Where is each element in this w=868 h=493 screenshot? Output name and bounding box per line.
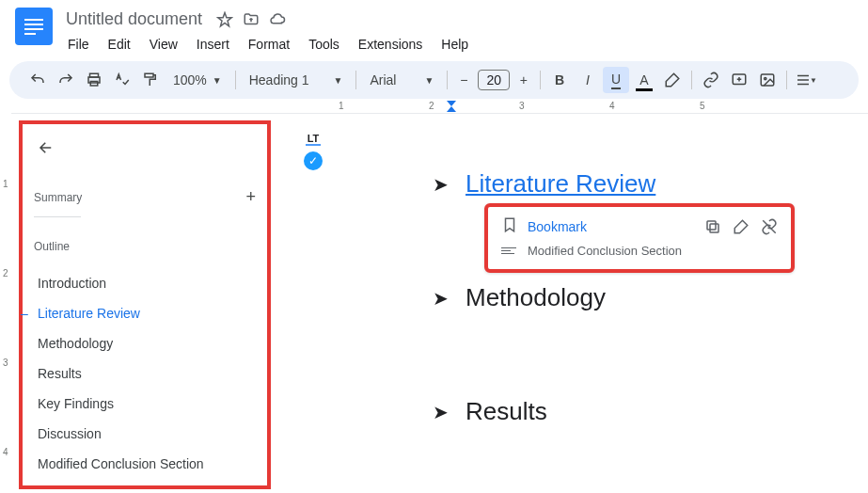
bookmark-context: Modified Conclusion Section — [528, 244, 682, 258]
vruler-tick: 1 — [3, 179, 8, 189]
vruler-tick: 4 — [3, 447, 8, 457]
paint-format-button[interactable] — [137, 67, 164, 93]
menu-bar: File Edit View Insert Format Tools Exten… — [60, 33, 853, 56]
edit-link-button[interactable] — [733, 218, 750, 235]
font-select[interactable]: Arial▼ — [362, 69, 441, 91]
svg-rect-7 — [710, 224, 718, 232]
indent-marker-icon[interactable] — [447, 106, 456, 112]
svg-point-6 — [765, 77, 766, 79]
menu-format[interactable]: Format — [241, 33, 297, 56]
undo-button[interactable] — [24, 67, 51, 93]
remove-link-button[interactable] — [761, 218, 778, 235]
spellcheck-button[interactable] — [109, 67, 135, 93]
menu-view[interactable]: View — [142, 33, 185, 56]
indent-marker-icon[interactable] — [447, 101, 456, 106]
docs-logo[interactable] — [15, 8, 53, 45]
document-title[interactable]: Untitled document — [60, 8, 208, 31]
outline-item-methodology[interactable]: Methodology — [34, 328, 256, 358]
bullet-arrow-icon: ➤ — [433, 173, 449, 196]
divider — [34, 216, 81, 217]
outline-item-results[interactable]: Results — [34, 358, 256, 389]
zoom-value: 100% — [173, 72, 207, 87]
align-button[interactable]: ▼ — [793, 67, 819, 93]
image-button[interactable] — [754, 67, 781, 93]
bookmark-icon — [501, 216, 516, 236]
outline-back-button[interactable] — [34, 135, 256, 165]
fontsize-increase[interactable]: + — [513, 70, 534, 90]
ruler-tick: 5 — [700, 101, 705, 111]
comment-button[interactable] — [726, 67, 752, 93]
add-summary-button[interactable]: + — [245, 187, 256, 207]
menu-insert[interactable]: Insert — [189, 33, 237, 56]
font-value: Arial — [370, 72, 396, 87]
menu-edit[interactable]: Edit — [101, 33, 138, 56]
link-button[interactable] — [698, 67, 724, 93]
fontsize-decrease[interactable]: − — [453, 70, 474, 90]
ruler-tick: 2 — [429, 101, 434, 111]
menu-extensions[interactable]: Extensions — [351, 33, 430, 56]
cloud-icon[interactable] — [268, 10, 287, 29]
outline-item-literature-review[interactable]: Literature Review — [34, 298, 256, 328]
outline-panel: Summary + Outline Introduction Literatur… — [19, 120, 271, 489]
style-select[interactable]: Heading 1▼ — [242, 69, 351, 91]
star-icon[interactable] — [215, 10, 234, 29]
outline-label: Outline — [34, 240, 256, 253]
vruler-tick: 3 — [3, 358, 8, 368]
summary-label: Summary — [34, 191, 82, 204]
heading-literature-review[interactable]: Literature Review — [466, 169, 655, 199]
copy-link-button[interactable] — [704, 218, 721, 235]
outline-item-key-findings[interactable]: Key Findings — [34, 389, 256, 419]
lt-label: LT — [306, 133, 322, 146]
zoom-select[interactable]: 100%▼ — [166, 69, 229, 91]
bullet-arrow-icon: ➤ — [433, 287, 449, 310]
italic-button[interactable]: I — [575, 67, 601, 93]
vruler-tick: 2 — [3, 268, 8, 278]
bookmark-popup: Bookmark Modified Conclusion Section — [484, 203, 795, 273]
ruler-tick: 4 — [609, 101, 615, 111]
outline-item-discussion[interactable]: Discussion — [34, 419, 256, 449]
heading-results[interactable]: Results — [466, 397, 547, 426]
svg-rect-8 — [707, 221, 716, 230]
ruler-tick: 3 — [519, 101, 525, 111]
style-value: Heading 1 — [249, 72, 309, 87]
toolbar: 100%▼ Heading 1▼ Arial▼ − 20 + B I U A ▼ — [9, 61, 859, 99]
print-button[interactable] — [81, 67, 107, 93]
heading-methodology[interactable]: Methodology — [466, 283, 606, 312]
text-color-button[interactable]: A — [631, 67, 657, 93]
horizontal-ruler: 1 2 3 4 5 — [11, 99, 868, 114]
outline-item-conclusion[interactable]: Modified Conclusion Section — [34, 449, 256, 479]
document-canvas[interactable]: ➤ Literature Review ➤ Methodology ➤ Resu… — [320, 122, 868, 426]
menu-help[interactable]: Help — [434, 33, 476, 56]
highlight-button[interactable] — [659, 67, 686, 93]
underline-button[interactable]: U — [603, 67, 629, 93]
menu-file[interactable]: File — [60, 33, 97, 56]
fontsize-input[interactable]: 20 — [478, 70, 510, 90]
ruler-tick: 1 — [339, 101, 344, 111]
outline-item-introduction[interactable]: Introduction — [34, 268, 256, 298]
move-icon[interactable] — [242, 10, 260, 29]
menu-tools[interactable]: Tools — [301, 33, 347, 56]
heading-lines-icon — [501, 247, 516, 254]
vertical-ruler: 1 2 3 4 — [0, 122, 13, 493]
redo-button[interactable] — [53, 67, 79, 93]
svg-rect-3 — [145, 73, 153, 77]
bold-button[interactable]: B — [546, 67, 573, 93]
bookmark-link[interactable]: Bookmark — [528, 219, 693, 234]
bullet-arrow-icon: ➤ — [433, 401, 449, 423]
